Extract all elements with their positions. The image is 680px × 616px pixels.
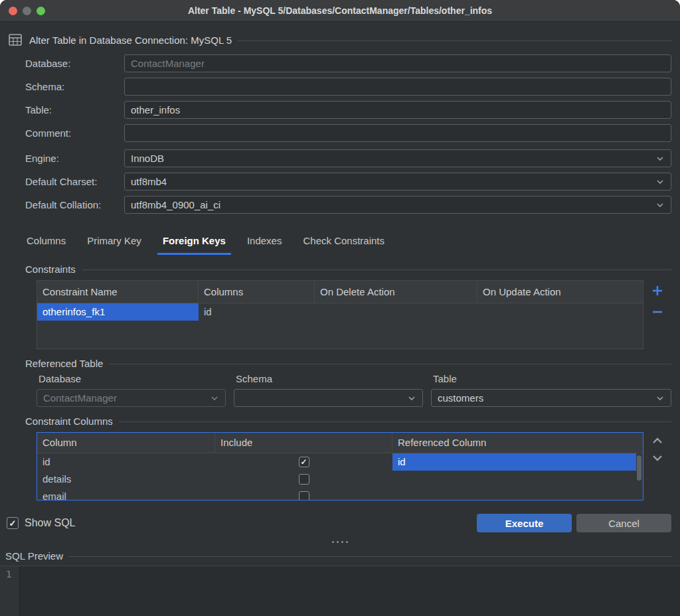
- column-name-cell[interactable]: details: [37, 471, 215, 488]
- window-title: Alter Table - MySQL 5/Databases/ContactM…: [188, 5, 492, 16]
- charset-label: Default Charset:: [25, 176, 124, 187]
- dialog-section-header: Alter Table in Database Connection: MySQ…: [8, 33, 671, 46]
- referenced-column-cell[interactable]: id: [392, 453, 636, 471]
- move-down-button[interactable]: [651, 453, 663, 463]
- column-header-include[interactable]: Include: [215, 433, 392, 453]
- collation-value: utf8mb4_0900_ai_ci: [131, 199, 220, 210]
- constraint-columns-rows: id id details email: [37, 453, 636, 501]
- tab-bar: Columns Primary Key Foreign Keys Indexes…: [17, 230, 671, 255]
- table-row[interactable]: otherinfos_fk1 id: [37, 303, 643, 321]
- comment-field[interactable]: [124, 124, 671, 142]
- dialog-section-title: Alter Table in Database Connection: MySQ…: [29, 35, 232, 46]
- table-label: Table:: [25, 104, 124, 116]
- divider-line: [109, 364, 671, 364]
- tab-check-constraints[interactable]: Check Constraints: [294, 230, 394, 255]
- ref-database-label: Database: [39, 373, 226, 384]
- constraint-columns-section-header: Constraint Columns: [25, 416, 671, 427]
- line-number: 1: [6, 569, 11, 579]
- form-row-engine: Engine: InnoDB: [25, 149, 671, 167]
- column-header-constraint-name[interactable]: Constraint Name: [37, 281, 199, 303]
- cancel-button[interactable]: Cancel: [576, 514, 671, 532]
- zoom-button[interactable]: [37, 7, 45, 15]
- include-cell: [215, 471, 392, 488]
- table-row[interactable]: details: [37, 471, 636, 488]
- tab-primary-key[interactable]: Primary Key: [78, 230, 151, 255]
- referenced-table-section-header: Referenced Table: [25, 358, 671, 369]
- schema-field[interactable]: [124, 78, 671, 96]
- constraint-columns-toolbar: [643, 432, 671, 501]
- referenced-table-section-title: Referenced Table: [25, 358, 103, 369]
- splitter-handle[interactable]: [0, 541, 680, 544]
- schema-label: Schema:: [25, 81, 124, 92]
- database-field[interactable]: [124, 54, 671, 72]
- collation-select[interactable]: utf8mb4_0900_ai_ci: [124, 196, 671, 214]
- column-header-on-update[interactable]: On Update Action: [477, 281, 643, 303]
- include-checkbox[interactable]: [299, 457, 309, 467]
- column-header-on-delete[interactable]: On Delete Action: [315, 281, 477, 303]
- form-row-comment: Comment:: [25, 124, 671, 142]
- chevron-down-icon: [210, 394, 219, 403]
- engine-select[interactable]: InnoDB: [124, 149, 671, 167]
- comment-label: Comment:: [25, 127, 124, 139]
- ref-schema-select[interactable]: [234, 389, 423, 407]
- constraints-table[interactable]: Constraint Name Columns On Delete Action…: [37, 280, 643, 349]
- ref-database-select[interactable]: ContactManager: [37, 389, 226, 407]
- constraint-name-cell[interactable]: otherinfos_fk1: [37, 303, 199, 321]
- table-row[interactable]: id id: [37, 453, 636, 471]
- constraint-columns-area: Column Include Referenced Column id id d…: [37, 432, 671, 501]
- include-cell: [215, 488, 392, 501]
- chevron-down-icon: [655, 177, 665, 187]
- constraints-section-title: Constraints: [25, 264, 76, 275]
- move-up-button[interactable]: [651, 436, 663, 445]
- line-number-gutter: 1: [0, 566, 20, 616]
- table-row[interactable]: email: [37, 488, 636, 501]
- chevron-down-icon: [655, 200, 665, 210]
- ref-table-group: Table customers: [431, 373, 671, 407]
- constraint-on-update-cell[interactable]: [477, 303, 643, 321]
- engine-value: InnoDB: [131, 153, 164, 164]
- divider-line: [82, 270, 671, 270]
- show-sql-checkbox[interactable]: [7, 517, 19, 529]
- divider-line: [119, 422, 671, 422]
- titlebar[interactable]: Alter Table - MySQL 5/Databases/ContactM…: [0, 0, 680, 22]
- vertical-scrollbar[interactable]: [637, 455, 641, 481]
- splitter-dot: [332, 541, 334, 543]
- code-area[interactable]: [20, 566, 680, 616]
- collation-label: Default Collation:: [25, 199, 124, 210]
- ref-schema-group: Schema: [234, 373, 423, 407]
- constraint-on-delete-cell[interactable]: [315, 303, 477, 321]
- add-constraint-button[interactable]: [651, 284, 664, 297]
- constraint-columns-table[interactable]: Column Include Referenced Column id id d…: [37, 432, 643, 501]
- splitter-dot: [337, 541, 339, 543]
- minimize-button[interactable]: [23, 7, 31, 15]
- execute-button[interactable]: Execute: [477, 514, 572, 532]
- tab-columns[interactable]: Columns: [17, 230, 75, 255]
- chevron-down-icon: [407, 394, 416, 403]
- divider-line: [69, 556, 671, 557]
- tab-foreign-keys[interactable]: Foreign Keys: [153, 230, 235, 255]
- column-header-columns[interactable]: Columns: [199, 281, 315, 303]
- ref-table-label: Table: [433, 373, 671, 384]
- splitter-dot: [341, 541, 343, 543]
- show-sql-group[interactable]: Show SQL: [7, 517, 75, 529]
- referenced-column-cell[interactable]: [392, 471, 636, 488]
- table-field[interactable]: [124, 101, 671, 119]
- column-name-cell[interactable]: id: [37, 453, 215, 471]
- include-checkbox[interactable]: [299, 491, 309, 501]
- column-header-column[interactable]: Column: [37, 433, 215, 453]
- sql-editor[interactable]: 1: [0, 566, 680, 616]
- column-header-referenced-column[interactable]: Referenced Column: [392, 433, 643, 453]
- ref-table-select[interactable]: customers: [431, 389, 671, 407]
- tab-indexes[interactable]: Indexes: [238, 230, 292, 255]
- remove-constraint-button[interactable]: [651, 305, 664, 319]
- sql-preview-section-title: SQL Preview: [5, 550, 63, 562]
- table-icon: [8, 33, 23, 46]
- referenced-column-cell[interactable]: [392, 488, 636, 501]
- form-row-collation: Default Collation: utf8mb4_0900_ai_ci: [25, 196, 671, 214]
- constraint-columns-cell[interactable]: id: [199, 303, 315, 321]
- column-name-cell[interactable]: email: [37, 488, 215, 501]
- ref-table-value: customers: [438, 392, 483, 404]
- close-button[interactable]: [9, 7, 17, 15]
- include-checkbox[interactable]: [299, 474, 309, 485]
- charset-select[interactable]: utf8mb4: [124, 173, 671, 191]
